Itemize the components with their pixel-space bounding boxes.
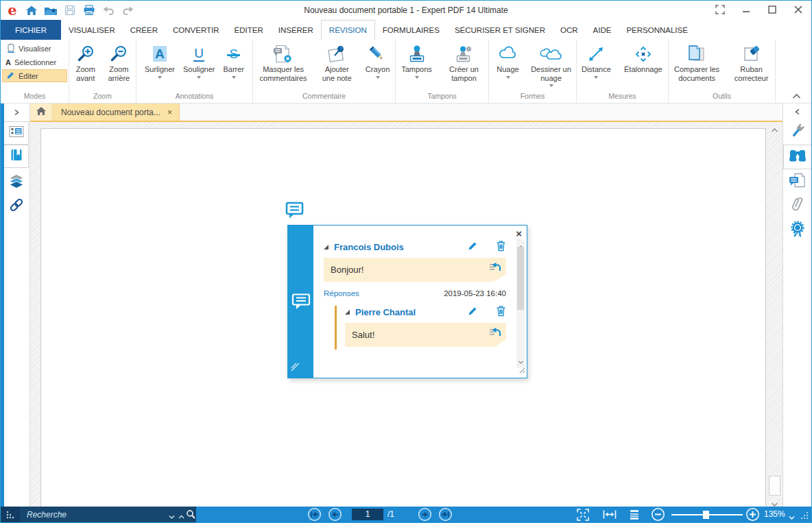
visualiser-button[interactable]: Visualiser: [2, 42, 67, 55]
creer-tampon-button[interactable]: Créer un tampon: [442, 42, 487, 91]
chevron-down-icon[interactable]: [158, 76, 162, 79]
fit-width-button[interactable]: [602, 507, 617, 522]
sidebar-item-tools[interactable]: [783, 120, 811, 145]
reply-message-box[interactable]: Salut!: [345, 323, 506, 347]
chevron-down-icon[interactable]: [376, 76, 380, 79]
scroll-up-icon[interactable]: [770, 124, 779, 131]
popup-close-button[interactable]: ×: [516, 228, 522, 239]
fit-page-button[interactable]: [627, 507, 641, 522]
maximize-button[interactable]: [766, 3, 778, 16]
comment-anchor-icon[interactable]: [285, 202, 304, 222]
next-page-button[interactable]: [418, 507, 432, 522]
zoom-slider-thumb[interactable]: [703, 511, 709, 519]
comparer-documents-button[interactable]: Comparer les documents: [670, 42, 724, 91]
distance-button[interactable]: Distance: [578, 42, 614, 91]
close-tab-icon[interactable]: ×: [167, 107, 173, 117]
document-home-tab[interactable]: [30, 104, 53, 121]
comment-popup-strip[interactable]: [288, 226, 313, 378]
vertical-scrollbar[interactable]: [767, 123, 782, 507]
nuage-button[interactable]: Nuage: [492, 42, 525, 91]
chevron-down-icon[interactable]: [415, 76, 419, 79]
last-page-button[interactable]: [438, 507, 453, 522]
undo-button[interactable]: [100, 3, 117, 18]
edit-reply-button[interactable]: [468, 306, 478, 319]
chevron-down-icon[interactable]: [197, 76, 201, 79]
search-icon[interactable]: [186, 509, 196, 522]
dock-window-button[interactable]: [714, 3, 726, 16]
search-input[interactable]: [20, 509, 145, 520]
sidebar-item-thumbnails[interactable]: [4, 121, 29, 145]
scroll-down-icon[interactable]: [770, 498, 779, 505]
delete-reply-button[interactable]: [496, 305, 506, 319]
chevron-down-icon[interactable]: [594, 76, 598, 79]
editer-button[interactable]: Éditer: [2, 69, 67, 82]
tab-creer[interactable]: CRÉER: [123, 20, 165, 40]
chevron-down-icon[interactable]: [506, 76, 510, 79]
open-file-button[interactable]: [43, 3, 59, 18]
souligner-button[interactable]: U Souligner: [182, 42, 216, 91]
scrollbar-thumb[interactable]: [769, 476, 780, 496]
home-button[interactable]: [23, 3, 40, 18]
search-bar[interactable]: [20, 507, 196, 522]
statusbar-resize-grip[interactable]: [800, 511, 809, 522]
zoom-level-label[interactable]: 135%: [764, 509, 785, 519]
sidebar-item-layers[interactable]: [4, 171, 29, 195]
etalonnage-button[interactable]: Étalonnage: [620, 42, 667, 91]
tab-personnalise[interactable]: PERSONNALISÉ: [619, 20, 695, 40]
reply-button[interactable]: [488, 326, 502, 340]
save-button[interactable]: [62, 3, 78, 18]
chevron-down-icon[interactable]: [549, 84, 553, 87]
tab-visualiser[interactable]: VISUALISER: [61, 20, 123, 40]
zoom-out-button[interactable]: Zoom arrière: [104, 42, 134, 91]
tab-convertir[interactable]: CONVERTIR: [165, 20, 227, 40]
zoom-in-button[interactable]: [745, 507, 760, 522]
search-prev-icon[interactable]: [168, 512, 176, 522]
sidebar-item-search[interactable]: [783, 145, 811, 169]
previous-page-button[interactable]: [328, 507, 342, 522]
print-button[interactable]: [81, 3, 97, 18]
fullscreen-button[interactable]: [575, 507, 590, 522]
ajouter-note-button[interactable]: Ajouter une note: [316, 42, 357, 91]
first-page-button[interactable]: [307, 507, 322, 522]
collapse-triangle-icon[interactable]: [324, 245, 329, 250]
redo-button[interactable]: [119, 3, 136, 18]
close-button[interactable]: [792, 3, 804, 16]
statusbar-grip[interactable]: [1, 507, 20, 522]
reply-button[interactable]: [488, 260, 502, 275]
collapse-triangle-icon[interactable]: [345, 310, 350, 315]
sidebar-item-bookmarks[interactable]: [4, 145, 29, 168]
tab-editer[interactable]: ÉDITER: [227, 20, 271, 40]
tab-ocr[interactable]: OCR: [553, 20, 586, 40]
expand-left-panel-button[interactable]: [4, 104, 29, 121]
tab-inserer[interactable]: INSÉRER: [271, 20, 321, 40]
document-tab[interactable]: Nouveau document porta... ×: [53, 104, 180, 121]
delete-comment-button[interactable]: [496, 240, 506, 254]
tab-formulaires[interactable]: FORMULAIRES: [375, 20, 447, 40]
tab-securiser[interactable]: SÉCURISER ET SIGNER: [447, 20, 553, 40]
chevron-down-icon[interactable]: [232, 76, 236, 79]
search-next-icon[interactable]: [178, 512, 185, 522]
ruban-correcteur-button[interactable]: Ruban correcteur: [729, 42, 774, 91]
popup-resize-grip[interactable]: [518, 364, 525, 376]
tab-aide[interactable]: AIDE: [586, 20, 619, 40]
expand-right-panel-button[interactable]: [783, 104, 811, 120]
masquer-commentaires-button[interactable]: Masquer les commentaires: [254, 42, 312, 91]
replies-link[interactable]: Réponses: [324, 289, 359, 297]
zoom-out-button[interactable]: [651, 507, 665, 522]
collapse-ribbon-button[interactable]: [791, 90, 802, 102]
zoom-dropdown-icon[interactable]: [788, 513, 796, 522]
comment-message-box[interactable]: Bonjour!: [324, 258, 506, 282]
surligner-button[interactable]: A Surligner: [143, 42, 176, 91]
popup-corner-grip[interactable]: [291, 362, 300, 374]
scrollbar-thumb[interactable]: [517, 247, 524, 310]
tab-revision[interactable]: RÉVISION: [321, 20, 375, 40]
edit-comment-button[interactable]: [468, 241, 478, 254]
sidebar-item-comments[interactable]: [783, 169, 811, 194]
minimize-button[interactable]: [740, 3, 752, 16]
sidebar-item-signatures[interactable]: [783, 219, 811, 243]
crayon-button[interactable]: Crayon: [361, 42, 394, 91]
tampons-button[interactable]: Tampons: [398, 42, 436, 91]
popup-scrollbar[interactable]: [516, 239, 525, 368]
selectionner-button[interactable]: A Sélectionner: [2, 56, 67, 69]
barrer-button[interactable]: S Barrer: [222, 42, 246, 91]
